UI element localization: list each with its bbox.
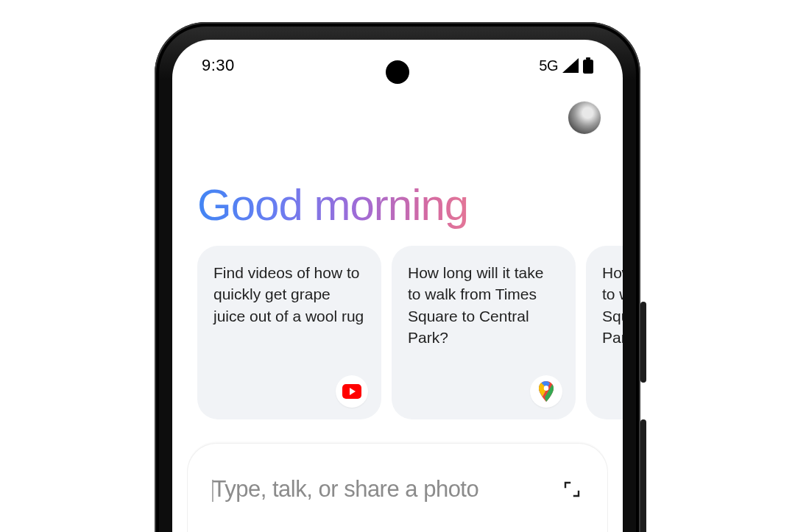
svg-rect-1: [583, 60, 593, 74]
phone-screen: 9:30 5G Good morning: [172, 40, 623, 532]
phone-bezel: 9:30 5G Good morning: [159, 26, 636, 532]
suggestion-card[interactable]: How long will it take to walk from Times…: [586, 246, 623, 419]
signal-icon: [562, 58, 579, 73]
phone-side-button: [640, 419, 646, 532]
suggestion-cards-row[interactable]: Find videos of how to quickly get grape …: [197, 246, 623, 419]
svg-rect-0: [586, 57, 590, 60]
suggestion-text: How long will it take to walk from Times…: [408, 264, 543, 346]
suggestion-text: How long will it take to walk from Times…: [602, 264, 623, 346]
status-time: 9:30: [202, 56, 235, 75]
prompt-placeholder: Type, talk, or share a photo: [213, 476, 479, 502]
app-header: [568, 102, 601, 134]
network-label: 5G: [539, 57, 558, 74]
suggestion-card[interactable]: Find videos of how to quickly get grape …: [197, 246, 381, 419]
input-bar[interactable]: |Type, talk, or share a photo: [187, 443, 608, 532]
expand-icon[interactable]: [559, 476, 585, 503]
greeting-title: Good morning: [197, 180, 468, 230]
avatar[interactable]: [568, 102, 601, 134]
battery-icon: [583, 57, 593, 74]
maps-icon: [530, 375, 562, 408]
suggestion-card[interactable]: How long will it take to walk from Times…: [392, 246, 576, 419]
suggestion-text: Find videos of how to quickly get grape …: [213, 264, 364, 324]
text-cursor: |: [211, 476, 214, 503]
youtube-icon: [336, 375, 368, 408]
status-bar: 9:30 5G: [172, 40, 623, 91]
status-right: 5G: [539, 57, 593, 74]
prompt-input[interactable]: |Type, talk, or share a photo: [210, 476, 478, 503]
phone-side-button: [640, 302, 646, 383]
phone-frame: 9:30 5G Good morning: [155, 22, 640, 532]
